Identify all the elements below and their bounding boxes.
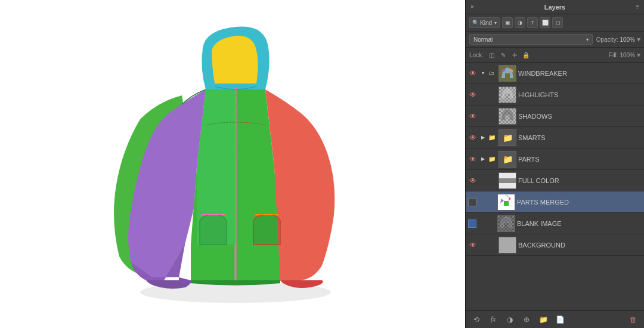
shape-filter-icon[interactable]: ⬜	[540, 17, 550, 28]
layer-name: HIGHLIGHTS	[518, 91, 642, 98]
type-filter-icon[interactable]: T	[527, 17, 538, 28]
add-mask-button[interactable]: ◑	[504, 314, 516, 326]
jacket-preview-area	[0, 0, 465, 328]
lock-bar: Lock: ◫ ✎ ✛ 🔒 Fill: 100% ▶	[466, 48, 644, 63]
pixel-filter-icon[interactable]: ▣	[502, 17, 513, 28]
add-fx-button[interactable]: fx	[487, 314, 499, 326]
visibility-toggle[interactable]: 👁	[468, 154, 478, 164]
opacity-label: Opacity:	[596, 36, 618, 43]
layer-row[interactable]: 👁 ▶ 📁 📁 SMARTS	[466, 127, 644, 148]
visibility-toggle[interactable]: 👁	[468, 240, 478, 250]
opacity-control: Opacity: 100% ▶	[596, 36, 640, 43]
layer-row[interactable]: 👁 FULL COLOR	[466, 170, 644, 191]
visibility-toggle[interactable]: 👁	[468, 176, 478, 185]
expand-arrow-icon[interactable]: ▾	[479, 69, 487, 78]
expand-spacer	[478, 197, 485, 207]
delete-layer-button[interactable]: 🗑	[627, 314, 639, 326]
layer-row[interactable]: 👁 ▾ 🗂 WINDBREAKER	[466, 63, 644, 84]
opacity-value[interactable]: 100%	[620, 36, 635, 43]
fill-control: Fill: 100% ▶	[609, 52, 640, 58]
panel-header: × Layers ≡	[466, 0, 644, 14]
filter-bar: 🔍 Kind ▾ ▣ ◑ T ⬜ ◻	[466, 14, 644, 32]
lock-paint-icon[interactable]: ✎	[499, 50, 508, 60]
kind-filter-dropdown[interactable]: 🔍 Kind ▾	[469, 17, 500, 28]
lock-label: Lock:	[469, 52, 484, 58]
visibility-toggle[interactable]: 👁	[468, 69, 478, 78]
lock-transparent-icon[interactable]: ◫	[487, 50, 497, 60]
layer-thumbnail	[497, 194, 515, 211]
layer-name: PARTS	[518, 156, 642, 163]
visibility-toggle[interactable]: 👁	[468, 112, 478, 121]
fill-arrow-icon: ▶	[636, 53, 642, 57]
link-layers-button[interactable]: ⟲	[470, 314, 482, 326]
new-group-button[interactable]: 📁	[537, 314, 549, 326]
fill-label: Fill:	[609, 52, 618, 58]
blend-opacity-bar: Normal ▾ Opacity: 100% ▶	[466, 32, 644, 48]
layers-panel: × Layers ≡ 🔍 Kind ▾ ▣ ◑ T ⬜ ◻ Normal ▾ O…	[465, 0, 644, 328]
layer-name: BLANK IMAGE	[517, 220, 642, 227]
layer-row[interactable]: 👁 BACKGROUND	[466, 234, 644, 256]
layer-visibility-checkbox[interactable]	[468, 219, 476, 228]
layer-thumbnail	[499, 108, 516, 125]
expand-spacer	[479, 112, 487, 121]
expand-spacer	[479, 90, 487, 100]
expand-arrow-icon[interactable]: ▶	[479, 133, 487, 143]
layer-thumbnail	[499, 237, 516, 253]
visibility-toggle[interactable]: 👁	[468, 133, 478, 143]
folder-icon: 📁	[488, 134, 497, 141]
new-layer-button[interactable]: 📄	[554, 314, 566, 326]
layer-thumbnail	[497, 215, 515, 232]
blend-mode-dropdown[interactable]: Normal ▾	[469, 34, 593, 45]
opacity-arrow-icon: ▶	[636, 38, 642, 41]
lock-icons-group: ◫ ✎ ✛ 🔒	[487, 50, 531, 60]
layer-name: BACKGROUND	[518, 242, 642, 249]
new-fill-button[interactable]: ⊕	[521, 314, 532, 326]
fill-value[interactable]: 100%	[620, 52, 635, 58]
layer-name: FULL COLOR	[518, 177, 642, 184]
layer-thumbnail	[499, 172, 516, 189]
bottom-toolbar: ⟲ fx ◑ ⊕ 📁 📄 🗑	[466, 310, 644, 328]
layer-name: SHADOWS	[518, 113, 642, 120]
lock-move-icon[interactable]: ✛	[510, 50, 519, 60]
layer-row[interactable]: PARTS MERGED	[466, 191, 644, 213]
layer-row[interactable]: 👁 ▶ 📁 📁 PARTS	[466, 148, 644, 170]
layer-thumbnail: 📁	[499, 129, 516, 146]
layer-name: WINDBREAKER	[518, 70, 642, 77]
panel-close-button[interactable]: ×	[470, 4, 474, 10]
expand-arrow-icon[interactable]: ▶	[479, 154, 487, 164]
panel-title: Layers	[544, 4, 565, 11]
layer-list: 👁 ▾ 🗂 WINDBREAKER 👁 HI	[466, 63, 644, 310]
filter-icons-group: ▣ ◑ T ⬜ ◻	[502, 17, 563, 28]
layer-thumbnail: 📁	[499, 151, 516, 168]
folder-icon: 🗂	[488, 70, 497, 76]
adjustment-filter-icon[interactable]: ◑	[515, 17, 525, 28]
layer-thumbnail	[499, 86, 516, 103]
jacket-image	[86, 18, 379, 310]
visibility-toggle[interactable]: 👁	[468, 90, 478, 100]
layer-thumbnail	[499, 65, 516, 82]
lock-artboard-icon[interactable]: 🔒	[521, 50, 531, 60]
expand-spacer	[478, 219, 485, 228]
expand-spacer	[479, 240, 487, 250]
smart-filter-icon[interactable]: ◻	[552, 17, 563, 28]
layer-row[interactable]: 👁 SHADOWS	[466, 106, 644, 127]
layer-row[interactable]: 👁 HIGHLIGHTS	[466, 84, 644, 106]
panel-menu-button[interactable]: ≡	[636, 4, 639, 10]
layer-visibility-checkbox[interactable]	[468, 198, 476, 206]
expand-spacer	[479, 176, 487, 185]
layer-row[interactable]: BLANK IMAGE	[466, 213, 644, 234]
layer-name: SMARTS	[518, 134, 642, 141]
folder-icon: 📁	[488, 156, 497, 162]
layer-name: PARTS MERGED	[517, 199, 642, 206]
